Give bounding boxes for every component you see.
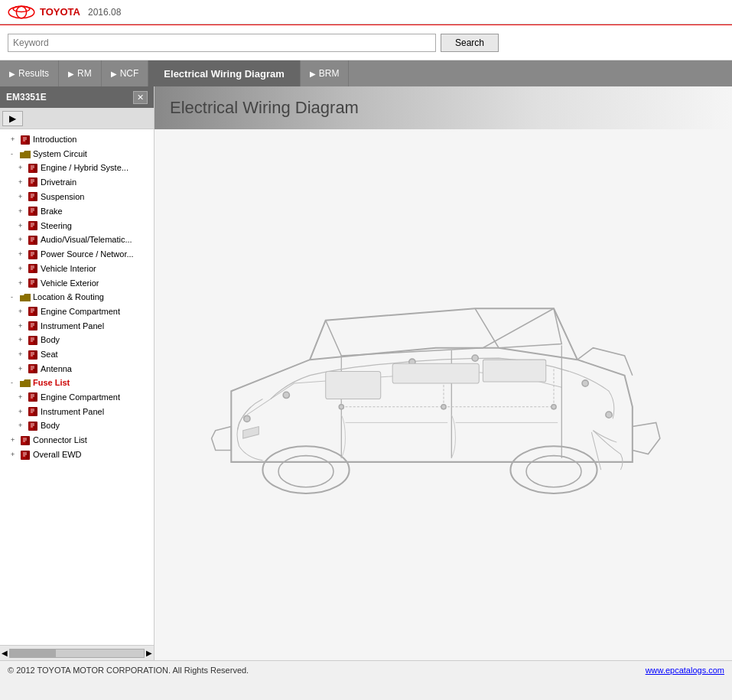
svg-rect-74 <box>29 365 34 373</box>
sidebar-close-button[interactable]: ✕ <box>133 91 148 104</box>
expand-icon-introduction[interactable]: + <box>11 135 18 143</box>
sidebar-label-engine-hybrid: Engine / Hybrid Syste... <box>41 163 129 172</box>
item-icon-vehicle-exterior <box>28 277 41 288</box>
sidebar-header: EM3351E ✕ <box>0 86 154 108</box>
sidebar-item-seat[interactable]: +Seat <box>0 347 154 362</box>
svg-point-106 <box>525 455 581 487</box>
expand-icon-seat[interactable]: + <box>18 350 26 358</box>
expand-icon-power-source[interactable]: + <box>18 250 26 258</box>
tab-results[interactable]: ▶ Results <box>0 60 59 86</box>
sidebar-label-fuse-list: Fuse List <box>33 378 70 387</box>
sidebar-item-connector-list[interactable]: +Connector List <box>0 433 154 448</box>
expand-icon-body-fl[interactable]: + <box>18 422 26 429</box>
sidebar-item-vehicle-interior[interactable]: +Vehicle Interior <box>0 262 154 276</box>
sidebar-label-location-routing: Location & Routing <box>33 292 104 301</box>
expand-icon-suspension[interactable]: + <box>18 193 26 200</box>
expand-icon-system-circuit[interactable]: - <box>11 150 18 158</box>
expand-icon-overall-ewd[interactable]: + <box>11 451 18 458</box>
item-icon-steering <box>28 220 41 231</box>
sidebar-item-engine-hybrid[interactable]: +Engine / Hybrid Syste... <box>0 161 154 175</box>
sidebar-item-power-source[interactable]: +Power Source / Networ... <box>0 247 154 262</box>
item-icon-seat <box>28 349 41 360</box>
tab-ncf[interactable]: ▶ NCF <box>102 60 149 86</box>
expand-icon-location-routing[interactable]: - <box>11 293 18 301</box>
sidebar-item-drivetrain[interactable]: +Drivetrain <box>0 175 154 190</box>
svg-rect-59 <box>29 322 34 330</box>
svg-point-103 <box>262 446 349 493</box>
expand-icon-engine-hybrid[interactable]: + <box>18 164 26 171</box>
version-label: 2016.08 <box>88 7 121 18</box>
copyright-text: © 2012 TOYOTA MOTOR CORPORATION. All Rig… <box>8 666 249 675</box>
tab-brm[interactable]: ▶ BRM <box>301 60 350 86</box>
sidebar-forward-button[interactable]: ▶ <box>2 111 23 126</box>
sidebar-item-instrument-panel-lr[interactable]: +Instrument Panel <box>0 318 154 333</box>
item-icon-introduction <box>20 134 33 145</box>
sidebar-item-antenna[interactable]: +Antenna <box>0 362 154 376</box>
svg-point-105 <box>510 446 597 493</box>
sidebar-item-body-fl[interactable]: +Body <box>0 418 154 433</box>
tab-brm-arrow: ▶ <box>310 70 316 78</box>
expand-icon-antenna[interactable]: + <box>18 365 26 373</box>
svg-rect-99 <box>21 451 26 459</box>
sidebar-item-instrument-panel-fl[interactable]: +Instrument Panel <box>0 404 154 418</box>
sidebar-item-steering[interactable]: +Steering <box>0 218 154 233</box>
item-icon-drivetrain <box>28 177 41 188</box>
sidebar-item-audio-visual[interactable]: +Audio/Visual/Telematic... <box>0 233 154 247</box>
sidebar-scrollbar[interactable]: ◀ ▶ <box>0 645 154 660</box>
item-icon-instrument-panel-lr <box>28 320 41 331</box>
expand-icon-audio-visual[interactable]: + <box>18 236 26 243</box>
tab-rm-arrow: ▶ <box>68 70 74 78</box>
sidebar-label-seat: Seat <box>41 350 58 359</box>
expand-icon-vehicle-interior[interactable]: + <box>18 265 26 272</box>
sidebar-label-engine-compartment-fl: Engine Compartment <box>41 392 120 402</box>
sidebar-item-vehicle-exterior[interactable]: +Vehicle Exterior <box>0 275 154 290</box>
sidebar-item-body-lr[interactable]: +Body <box>0 333 154 347</box>
sidebar-item-system-circuit[interactable]: -System Circuit <box>0 147 154 161</box>
expand-icon-body-lr[interactable]: + <box>18 336 26 343</box>
expand-icon-drivetrain[interactable]: + <box>18 178 26 186</box>
scroll-thumb[interactable] <box>10 650 56 657</box>
search-input[interactable] <box>8 34 436 52</box>
sidebar-item-brake[interactable]: +Brake <box>0 203 154 218</box>
sidebar-label-antenna: Antenna <box>41 364 72 373</box>
svg-rect-4 <box>21 136 26 144</box>
expand-icon-engine-compartment-fl[interactable]: + <box>18 393 26 401</box>
sidebar-tree[interactable]: +Introduction-System Circuit+Engine / Hy… <box>0 129 154 645</box>
tabs-row: ▶ Results ▶ RM ▶ NCF Electrical Wiring D… <box>0 60 732 86</box>
search-button[interactable]: Search <box>441 34 499 52</box>
expand-icon-steering[interactable]: + <box>18 222 26 230</box>
item-icon-fuse-list <box>20 377 33 388</box>
svg-rect-84 <box>29 408 34 415</box>
sidebar-item-overall-ewd[interactable]: +Overall EWD <box>0 448 154 462</box>
scroll-right-button[interactable]: ▶ <box>146 649 152 657</box>
brand-name: TOYOTA <box>40 6 80 18</box>
svg-rect-89 <box>29 422 34 430</box>
sidebar-label-power-source: Power Source / Networ... <box>41 249 134 259</box>
tab-rm[interactable]: ▶ RM <box>59 60 102 86</box>
expand-icon-fuse-list[interactable]: - <box>11 379 18 386</box>
sidebar-item-fuse-list[interactable]: -Fuse List <box>0 376 154 389</box>
item-icon-engine-compartment-lr <box>28 305 41 317</box>
sidebar-item-engine-compartment-lr[interactable]: +Engine Compartment <box>0 304 154 318</box>
expand-icon-connector-list[interactable]: + <box>11 436 18 444</box>
expand-icon-vehicle-exterior[interactable]: + <box>18 279 26 287</box>
sidebar-item-introduction[interactable]: +Introduction <box>0 132 154 147</box>
website-link[interactable]: www.epcatalogs.com <box>646 666 724 675</box>
expand-icon-instrument-panel-lr[interactable]: + <box>18 322 26 330</box>
toyota-emblem-icon <box>8 3 35 21</box>
sidebar-title: EM3351E <box>6 92 47 103</box>
expand-icon-instrument-panel-fl[interactable]: + <box>18 408 26 415</box>
item-icon-brake <box>28 205 41 217</box>
expand-icon-engine-compartment-lr[interactable]: + <box>18 308 26 315</box>
tab-ewd[interactable]: Electrical Wiring Diagram <box>148 60 300 86</box>
sidebar-item-location-routing[interactable]: -Location & Routing <box>0 290 154 304</box>
svg-rect-14 <box>29 178 34 186</box>
toyota-logo: TOYOTA <box>8 3 80 21</box>
sidebar-item-suspension[interactable]: +Suspension <box>0 189 154 203</box>
scroll-left-button[interactable]: ◀ <box>2 649 8 657</box>
content-area: EM3351E ✕ ▶ +Introduction-System Circuit… <box>0 86 732 660</box>
scroll-track[interactable] <box>9 649 145 658</box>
expand-icon-brake[interactable]: + <box>18 207 26 215</box>
sidebar-item-engine-compartment-fl[interactable]: +Engine Compartment <box>0 389 154 404</box>
sidebar-label-introduction: Introduction <box>33 135 76 144</box>
